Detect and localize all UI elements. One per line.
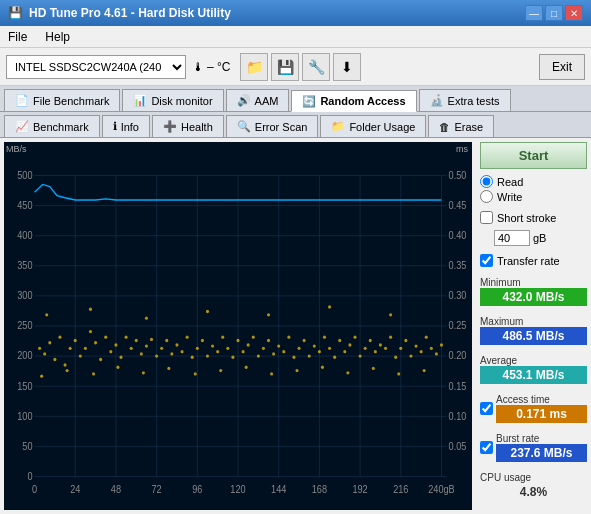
svg-point-113 <box>338 339 341 342</box>
svg-point-71 <box>125 335 128 338</box>
icon-download[interactable]: ⬇ <box>333 53 361 81</box>
svg-point-155 <box>397 372 400 375</box>
tab-extra-tests[interactable]: 🔬 Extra tests <box>419 89 511 111</box>
tab-benchmark[interactable]: 📈 Benchmark <box>4 115 100 137</box>
tab-file-benchmark[interactable]: 📄 File Benchmark <box>4 89 120 111</box>
svg-point-94 <box>242 350 245 353</box>
tab-random-access[interactable]: 🔄 Random Access <box>291 90 416 112</box>
maximize-button[interactable]: □ <box>545 5 563 21</box>
folder-usage-icon: 📁 <box>331 120 345 133</box>
svg-point-117 <box>359 354 362 357</box>
svg-text:0: 0 <box>27 470 32 481</box>
svg-text:120: 120 <box>230 484 245 495</box>
tab-folder-usage[interactable]: 📁 Folder Usage <box>320 115 426 137</box>
svg-point-95 <box>247 343 250 346</box>
main-content: MB/s ms <box>0 138 591 514</box>
short-stroke-checkbox[interactable] <box>480 211 493 224</box>
svg-text:0: 0 <box>32 484 37 495</box>
svg-point-84 <box>191 356 194 359</box>
svg-point-114 <box>343 350 346 353</box>
tab-info[interactable]: ℹ Info <box>102 115 150 137</box>
tab-aam[interactable]: 🔊 AAM <box>226 89 290 111</box>
icon-save[interactable]: 💾 <box>271 53 299 81</box>
burst-rate-label: Burst rate <box>496 433 587 444</box>
transfer-rate-checkbox[interactable] <box>480 254 493 267</box>
svg-text:300: 300 <box>17 290 32 301</box>
exit-button[interactable]: Exit <box>539 54 585 80</box>
svg-point-57 <box>53 358 56 361</box>
cpu-usage-label: CPU usage <box>480 472 587 483</box>
menu-help[interactable]: Help <box>41 29 74 45</box>
temp-value: – °C <box>207 60 230 74</box>
svg-point-130 <box>425 335 428 338</box>
svg-point-144 <box>116 366 119 369</box>
svg-point-131 <box>430 347 433 350</box>
svg-point-143 <box>92 372 95 375</box>
svg-point-68 <box>109 350 112 353</box>
svg-text:200: 200 <box>17 350 32 361</box>
temperature-display: 🌡 – °C <box>192 60 230 74</box>
read-radio-label[interactable]: Read <box>480 175 587 188</box>
svg-point-126 <box>404 339 407 342</box>
chart-unit-left: MB/s <box>6 144 27 154</box>
svg-text:216: 216 <box>393 484 408 495</box>
start-button[interactable]: Start <box>480 142 587 169</box>
minimize-button[interactable]: — <box>525 5 543 21</box>
svg-point-122 <box>384 347 387 350</box>
svg-point-112 <box>333 356 336 359</box>
svg-point-93 <box>236 339 239 342</box>
benchmark-icon: 📈 <box>15 120 29 133</box>
menu-file[interactable]: File <box>4 29 31 45</box>
write-radio[interactable] <box>480 190 493 203</box>
drive-selector[interactable]: INTEL SSDSC2CW240A (240 gB) <box>6 55 186 79</box>
svg-point-156 <box>423 369 426 372</box>
svg-point-120 <box>374 350 377 353</box>
title-bar: 💾 HD Tune Pro 4.61 - Hard Disk Utility —… <box>0 0 591 26</box>
svg-point-73 <box>135 339 138 342</box>
tab-disk-monitor[interactable]: 📊 Disk monitor <box>122 89 223 111</box>
tab-health[interactable]: ➕ Health <box>152 115 224 137</box>
title-bar-controls: — □ ✕ <box>525 5 583 21</box>
svg-point-147 <box>194 372 197 375</box>
burst-rate-checkbox[interactable] <box>480 441 493 454</box>
svg-point-141 <box>40 375 43 378</box>
svg-point-151 <box>295 369 298 372</box>
svg-point-72 <box>130 347 133 350</box>
read-radio[interactable] <box>480 175 493 188</box>
svg-point-80 <box>170 352 173 355</box>
minimum-value: 432.0 MB/s <box>480 288 587 306</box>
tab-erase[interactable]: 🗑 Erase <box>428 115 494 137</box>
access-time-checkbox[interactable] <box>480 402 493 415</box>
svg-point-66 <box>99 358 102 361</box>
svg-point-70 <box>119 356 122 359</box>
svg-point-118 <box>364 347 367 350</box>
app-title: HD Tune Pro 4.61 - Hard Disk Utility <box>29 6 231 20</box>
svg-text:0.40: 0.40 <box>449 230 467 241</box>
transfer-rate-checkbox-row[interactable]: Transfer rate <box>480 254 587 267</box>
svg-point-135 <box>89 308 92 311</box>
close-button[interactable]: ✕ <box>565 5 583 21</box>
average-stat: Average 453.1 MB/s <box>480 351 587 384</box>
svg-point-104 <box>292 356 295 359</box>
svg-point-149 <box>245 366 248 369</box>
svg-point-115 <box>348 343 351 346</box>
svg-text:96: 96 <box>192 484 202 495</box>
svg-point-79 <box>165 339 168 342</box>
average-label: Average <box>480 355 587 366</box>
svg-text:250: 250 <box>17 320 32 331</box>
tab-error-scan[interactable]: 🔍 Error Scan <box>226 115 319 137</box>
svg-point-101 <box>277 344 280 347</box>
svg-point-61 <box>74 339 77 342</box>
svg-text:150: 150 <box>17 380 32 391</box>
svg-text:0.35: 0.35 <box>449 260 467 271</box>
short-stroke-checkbox-row[interactable]: Short stroke <box>480 211 587 224</box>
extra-tests-icon: 🔬 <box>430 94 444 107</box>
svg-text:100: 100 <box>17 410 32 421</box>
svg-text:0.25: 0.25 <box>449 320 467 331</box>
icon-tools[interactable]: 🔧 <box>302 53 330 81</box>
icon-folder[interactable]: 📁 <box>240 53 268 81</box>
svg-text:72: 72 <box>152 484 162 495</box>
stroke-value-input[interactable] <box>494 230 530 246</box>
svg-point-109 <box>318 350 321 353</box>
write-radio-label[interactable]: Write <box>480 190 587 203</box>
